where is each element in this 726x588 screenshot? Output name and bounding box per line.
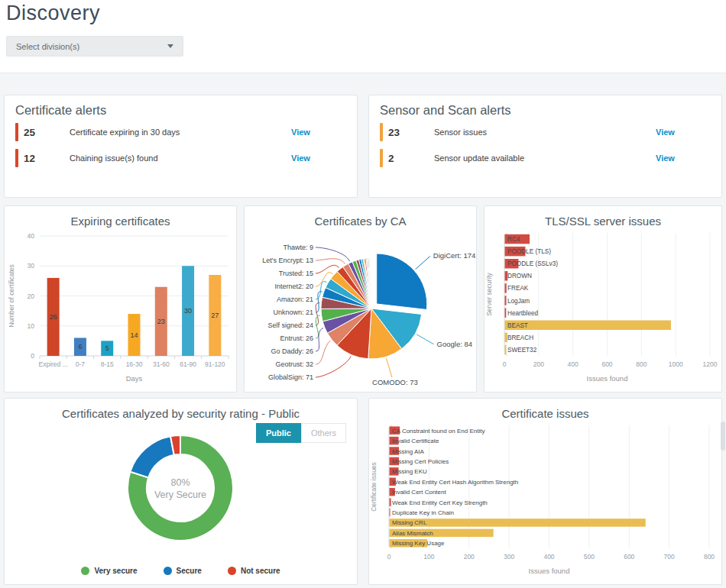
- chevron-down-icon: [167, 44, 173, 48]
- svg-text:10: 10: [28, 322, 35, 330]
- svg-text:800: 800: [636, 360, 647, 368]
- alert-label: Sensor update available: [422, 153, 656, 163]
- svg-text:16-30: 16-30: [126, 360, 143, 368]
- alert-count: 25: [24, 127, 57, 138]
- svg-text:Missing AIA: Missing AIA: [392, 448, 424, 455]
- svg-text:Duplicate Key in Chain: Duplicate Key in Chain: [392, 509, 454, 516]
- svg-text:0: 0: [503, 360, 507, 368]
- certificates-by-ca-panel: Certificates by CA Thawte: 9Let's Encryp…: [244, 205, 477, 393]
- svg-text:Invalid Cert Content: Invalid Cert Content: [392, 489, 446, 496]
- alert-count: 12: [24, 153, 57, 164]
- rating-toggle: Public Others: [256, 423, 346, 443]
- svg-text:Google: 84: Google: 84: [437, 340, 472, 348]
- view-link[interactable]: View: [291, 128, 346, 137]
- svg-text:30: 30: [184, 307, 192, 315]
- alert-row: 25 Certificate expiring in 30 days View: [15, 121, 346, 144]
- svg-text:31-60: 31-60: [153, 360, 170, 368]
- legend-item-very-secure[interactable]: Very secure: [81, 567, 137, 575]
- expiring-certificates-chart: 01020304026Expired ...60-758-151416-3023…: [5, 230, 236, 386]
- svg-text:Thawte: 9: Thawte: 9: [283, 244, 313, 251]
- alert-accent-bar: [15, 123, 18, 141]
- svg-text:Missing CRL: Missing CRL: [392, 519, 427, 526]
- svg-text:300: 300: [504, 553, 514, 561]
- svg-text:Expired ...: Expired ...: [39, 360, 68, 368]
- tls-ssl-issues-panel: TLS/SSL server issues 020040060080010001…: [484, 205, 722, 393]
- svg-text:600: 600: [624, 553, 634, 561]
- svg-text:Alias Mismatch: Alias Mismatch: [392, 530, 433, 537]
- svg-text:Weak End Entity Cert Hash Algo: Weak End Entity Cert Hash Algorithm Stre…: [392, 479, 518, 486]
- svg-text:Entrust: 26: Entrust: 26: [280, 334, 313, 342]
- chart-title: TLS/SSL server issues: [492, 215, 714, 228]
- svg-text:Internet2: 20: Internet2: 20: [274, 283, 313, 290]
- panel-title: Certificate alerts: [15, 103, 346, 118]
- view-link[interactable]: View: [656, 153, 711, 163]
- svg-text:COMODO: 73: COMODO: 73: [372, 378, 418, 386]
- page-title: Discovery: [6, 2, 100, 25]
- svg-text:Missing EKU: Missing EKU: [392, 468, 427, 475]
- svg-text:1000: 1000: [669, 360, 683, 368]
- tls-ssl-issues-chart: 020040060080010001200RC4POODLE (TLS)POOD…: [485, 230, 722, 386]
- certificate-alerts-panel: Certificate alerts 25 Certificate expiri…: [4, 95, 358, 198]
- division-select[interactable]: Select division(s): [6, 36, 183, 57]
- legend-item-secure[interactable]: Secure: [164, 567, 202, 575]
- svg-text:200: 200: [533, 360, 544, 368]
- svg-text:POODLE (SSLv3): POODLE (SSLv3): [507, 260, 558, 267]
- charts-row-2: Certificates analyzed by security rating…: [4, 398, 722, 585]
- alert-row: 23 Sensor issues View: [380, 121, 711, 144]
- svg-text:91-120: 91-120: [205, 360, 225, 368]
- alerts-row: Certificate alerts 25 Certificate expiri…: [4, 95, 722, 198]
- svg-text:Very Secure: Very Secure: [154, 489, 206, 500]
- svg-text:Number of certificates: Number of certificates: [8, 264, 15, 328]
- svg-text:Missing Cert Policies: Missing Cert Policies: [392, 458, 449, 465]
- alert-count: 2: [388, 153, 422, 164]
- svg-text:Unknown: 21: Unknown: 21: [273, 309, 313, 316]
- view-link[interactable]: View: [656, 128, 711, 137]
- svg-text:Invalid Certificate: Invalid Certificate: [392, 438, 439, 444]
- panel-title: Sensor and Scan alerts: [380, 103, 711, 118]
- svg-text:600: 600: [601, 360, 612, 368]
- svg-text:DigiCert: 174: DigiCert: 174: [433, 251, 475, 260]
- view-link[interactable]: View: [291, 153, 346, 163]
- svg-text:23: 23: [157, 318, 165, 325]
- legend-label: Not secure: [241, 567, 280, 575]
- svg-text:8-15: 8-15: [101, 360, 114, 368]
- svg-text:0: 0: [31, 352, 34, 360]
- alert-row: 2 Sensor update available View: [380, 147, 711, 170]
- svg-text:RC4: RC4: [507, 236, 520, 243]
- svg-text:BREACH: BREACH: [507, 334, 533, 341]
- svg-text:POODLE (TLS): POODLE (TLS): [507, 248, 551, 255]
- svg-text:Go Daddy: 26: Go Daddy: 26: [271, 347, 313, 355]
- svg-text:LogJam: LogJam: [507, 298, 530, 305]
- sensor-scan-alerts-panel: Sensor and Scan alerts 23 Sensor issues …: [368, 95, 722, 198]
- legend-dot-icon: [228, 567, 236, 575]
- svg-text:Let's Encrypt: 13: Let's Encrypt: 13: [262, 257, 313, 264]
- alert-count: 23: [388, 127, 422, 138]
- svg-text:40: 40: [28, 232, 35, 240]
- svg-text:Certificate issues: Certificate issues: [370, 462, 378, 512]
- legend-item-not-secure[interactable]: Not secure: [228, 567, 280, 575]
- svg-text:Days: Days: [126, 374, 143, 383]
- svg-text:0: 0: [387, 553, 391, 561]
- svg-text:SWEET32: SWEET32: [507, 347, 537, 354]
- svg-text:1200: 1200: [703, 360, 718, 368]
- svg-text:Amazon: 21: Amazon: 21: [277, 296, 313, 303]
- svg-text:100: 100: [423, 553, 434, 561]
- svg-text:CA Constraint found on End Ent: CA Constraint found on End Entity: [392, 428, 485, 435]
- svg-text:26: 26: [50, 313, 57, 321]
- chart-title: Expiring certificates: [12, 215, 228, 228]
- tab-public[interactable]: Public: [256, 423, 301, 443]
- svg-text:30: 30: [28, 262, 35, 270]
- legend-label: Secure: [177, 567, 202, 575]
- tab-others[interactable]: Others: [301, 423, 346, 443]
- certificate-issues-panel: Certificate issues 010020030040050060070…: [368, 398, 722, 585]
- svg-text:Weak End Entity Cert Key Stren: Weak End Entity Cert Key Strength: [392, 499, 488, 506]
- scrollbar-thumb[interactable]: [721, 422, 725, 451]
- alert-label: Sensor issues: [422, 128, 656, 137]
- svg-text:20: 20: [28, 292, 35, 300]
- alert-accent-bar: [15, 149, 18, 167]
- division-select-label: Select division(s): [16, 42, 79, 51]
- charts-row-1: Expiring certificates 01020304026Expired…: [4, 205, 722, 393]
- certificates-by-ca-chart: Thawte: 9Let's Encrypt: 13Trusted: 15Int…: [245, 230, 476, 386]
- svg-text:BEAST: BEAST: [507, 322, 528, 329]
- svg-text:Self signed: 24: Self signed: 24: [267, 321, 313, 329]
